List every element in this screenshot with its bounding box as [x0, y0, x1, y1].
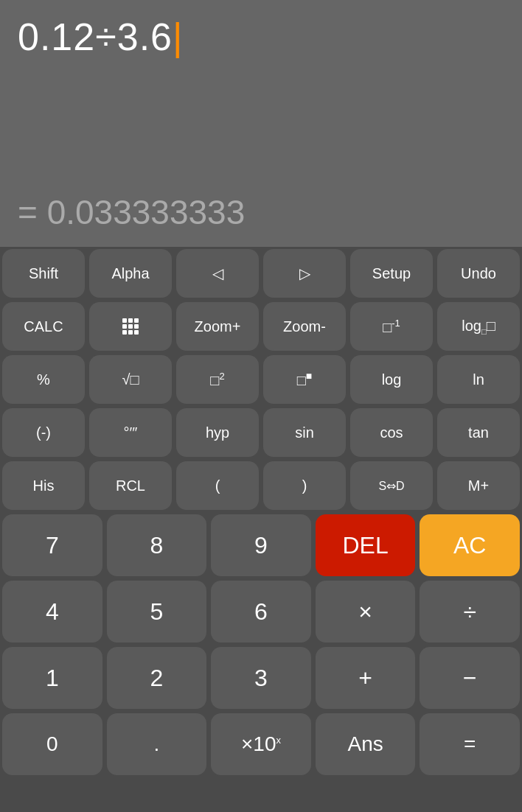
negative-button[interactable]: (-) — [2, 408, 85, 457]
hyp-button[interactable]: hyp — [176, 408, 259, 457]
close-paren-button[interactable]: ) — [263, 461, 346, 510]
three-button[interactable]: 3 — [211, 647, 311, 709]
one-button[interactable]: 1 — [2, 647, 102, 709]
tan-button[interactable]: tan — [437, 408, 520, 457]
zoom-minus-button[interactable]: Zoom- — [263, 302, 346, 351]
sqrt-button[interactable]: √□ — [89, 355, 172, 404]
exp-button[interactable]: ×10x — [211, 713, 311, 775]
square-button[interactable]: □2 — [176, 355, 259, 404]
function-row-2: CALC Zoom+ Zoom- □-1 log□□ — [0, 300, 522, 353]
his-button[interactable]: His — [2, 461, 85, 510]
log-button[interactable]: log — [350, 355, 433, 404]
setup-button[interactable]: Setup — [350, 249, 433, 298]
ans-button[interactable]: Ans — [316, 713, 416, 775]
percent-button[interactable]: % — [2, 355, 85, 404]
keypad: Shift Alpha ◁ ▷ Setup Undo CALC Zoom+ Zo… — [0, 247, 522, 777]
ln-button[interactable]: ln — [437, 355, 520, 404]
plus-button[interactable]: + — [316, 647, 416, 709]
dot-button[interactable]: . — [107, 713, 207, 775]
log-base-button[interactable]: log□□ — [437, 302, 520, 351]
cos-button[interactable]: cos — [350, 408, 433, 457]
left-button[interactable]: ◁ — [176, 249, 259, 298]
function-row-4: (-) °′″ hyp sin cos tan — [0, 406, 522, 459]
divide-button[interactable]: ÷ — [420, 581, 520, 643]
eight-button[interactable]: 8 — [107, 514, 207, 576]
result-expression: = 0.033333333 — [18, 192, 504, 232]
function-row-5: His RCL ( ) S⇔D M+ — [0, 459, 522, 512]
grid-button[interactable] — [89, 302, 172, 351]
alpha-button[interactable]: Alpha — [89, 249, 172, 298]
std-button[interactable]: S⇔D — [350, 461, 433, 510]
shift-button[interactable]: Shift — [2, 249, 85, 298]
right-button[interactable]: ▷ — [263, 249, 346, 298]
ac-button[interactable]: AC — [420, 514, 520, 576]
numeric-row-1: 7 8 9 DEL AC — [0, 512, 522, 578]
numeric-row-2: 4 5 6 × ÷ — [0, 578, 522, 645]
cursor: | — [173, 15, 184, 58]
expression-text: 0.12÷3.6 — [18, 15, 173, 58]
zoom-plus-button[interactable]: Zoom+ — [176, 302, 259, 351]
multiply-button[interactable]: × — [316, 581, 416, 643]
mplus-button[interactable]: M+ — [437, 461, 520, 510]
sin-button[interactable]: sin — [263, 408, 346, 457]
numeric-row-4: 0 . ×10x Ans = — [0, 711, 522, 777]
four-button[interactable]: 4 — [2, 581, 102, 643]
numeric-row-3: 1 2 3 + − — [0, 645, 522, 711]
calc-button[interactable]: CALC — [2, 302, 85, 351]
inverse-button[interactable]: □-1 — [350, 302, 433, 351]
equals-button[interactable]: = — [420, 713, 520, 775]
five-button[interactable]: 5 — [107, 581, 207, 643]
undo-button[interactable]: Undo — [437, 249, 520, 298]
display-area: 0.12÷3.6| = 0.033333333 — [0, 0, 522, 247]
nine-button[interactable]: 9 — [211, 514, 311, 576]
rcl-button[interactable]: RCL — [89, 461, 172, 510]
input-expression: 0.12÷3.6| — [18, 15, 504, 59]
minus-button[interactable]: − — [420, 647, 520, 709]
seven-button[interactable]: 7 — [2, 514, 102, 576]
six-button[interactable]: 6 — [211, 581, 311, 643]
degree-button[interactable]: °′″ — [89, 408, 172, 457]
two-button[interactable]: 2 — [107, 647, 207, 709]
power-button[interactable]: □■ — [263, 355, 346, 404]
function-row-3: % √□ □2 □■ log ln — [0, 353, 522, 406]
zero-button[interactable]: 0 — [2, 713, 102, 775]
grid-icon — [122, 318, 139, 335]
del-button[interactable]: DEL — [316, 514, 416, 576]
open-paren-button[interactable]: ( — [176, 461, 259, 510]
function-row-1: Shift Alpha ◁ ▷ Setup Undo — [0, 247, 522, 300]
